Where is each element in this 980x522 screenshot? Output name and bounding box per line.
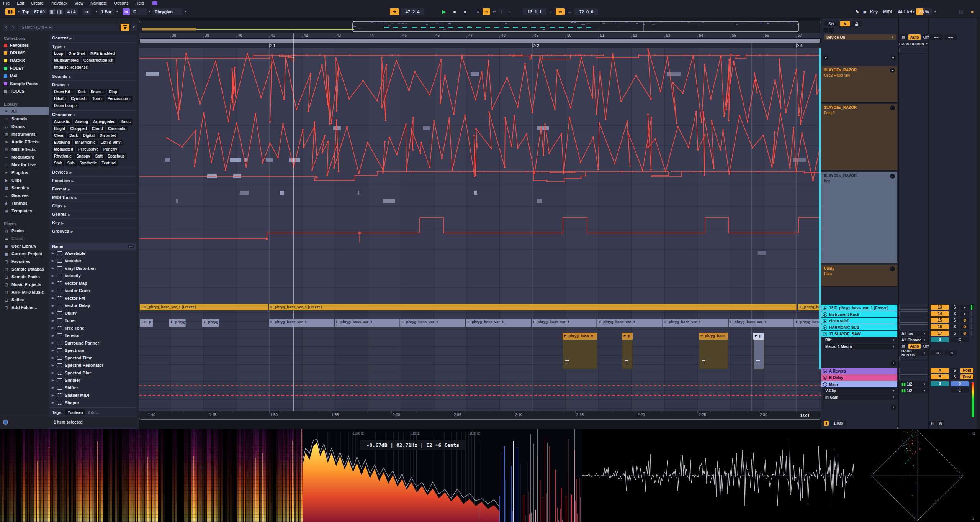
expand-arrow-icon[interactable]: ▶ bbox=[52, 259, 55, 263]
audio-clip-body[interactable] bbox=[622, 340, 633, 369]
place-item-sample-databas[interactable]: ▢Sample Databas bbox=[0, 265, 49, 273]
arm-button[interactable]: ⊘ bbox=[960, 318, 969, 323]
filter-chip-tom[interactable]: Tom› bbox=[90, 96, 105, 102]
device-item-vinyl-distortion[interactable]: ▶Vinyl Distortion bbox=[49, 264, 136, 272]
center-button[interactable]: C bbox=[951, 337, 969, 342]
return-track-A[interactable]: ▶A Reverb bbox=[821, 368, 897, 374]
nudge-down-button[interactable]: |||| bbox=[49, 8, 56, 15]
expand-arrow-icon[interactable]: ▶ bbox=[52, 371, 55, 374]
cpu-dropdown[interactable]: ▼ bbox=[933, 8, 937, 15]
midi-clip[interactable]: ...E_p bbox=[140, 319, 153, 327]
device-item-wavetable[interactable]: ▶Wavetable bbox=[49, 250, 136, 257]
quantize-menu[interactable]: 1 Bar bbox=[99, 8, 114, 15]
return-track-B[interactable]: ▶B Delay bbox=[821, 374, 897, 381]
expand-arrow-icon[interactable]: ▶ bbox=[52, 386, 55, 389]
filter-chip-dark[interactable]: Dark bbox=[67, 133, 80, 138]
fold-lanes-button[interactable]: ▼ bbox=[823, 55, 828, 60]
filter-chip-multisampled[interactable]: Multisampled bbox=[52, 57, 80, 63]
tempo-field[interactable]: 87.00 bbox=[32, 8, 47, 15]
device-item-simpler[interactable]: ▶Simpler bbox=[49, 377, 136, 384]
width-zoom-button[interactable]: W bbox=[937, 421, 944, 426]
device-item-spectral-resonator[interactable]: ▶Spectral Resonator bbox=[49, 362, 136, 369]
nudge-up-button[interactable]: |||| bbox=[57, 8, 63, 15]
track-route-box[interactable] bbox=[899, 305, 928, 310]
filter-section-title[interactable]: Format▶ bbox=[52, 187, 134, 191]
track-number-chip[interactable]: 16 bbox=[931, 324, 949, 329]
place-item-aiff-mp3-music[interactable]: ▢AIFF MP3 Music bbox=[0, 288, 49, 296]
menu-view[interactable]: View bbox=[74, 1, 83, 5]
sidebar-item-audio-effects[interactable]: ∿Audio Effects bbox=[0, 138, 49, 146]
add-automation-lane-button[interactable]: + bbox=[891, 361, 896, 366]
filter-chip-inharmonic[interactable]: Inharmonic bbox=[73, 140, 98, 145]
post-toggle[interactable]: Post bbox=[960, 368, 973, 373]
output-route-selector[interactable]: BASS BUSSIN▼ bbox=[899, 350, 928, 356]
filter-chip-mpe-enabled[interactable]: MPE Enabled bbox=[88, 51, 116, 56]
results-options-icon[interactable]: ⋯ bbox=[128, 245, 134, 248]
sidebar-item-modulators[interactable]: ∼Modulators bbox=[0, 153, 49, 161]
filter-section-title[interactable]: Clips▶ bbox=[52, 204, 134, 208]
browser-back-button[interactable]: ‹ bbox=[3, 24, 9, 31]
set-button[interactable]: Set bbox=[824, 21, 839, 26]
sidebar-item-midi-effects[interactable]: ≣MIDI Effects bbox=[0, 146, 49, 153]
volume-field[interactable]: −∞ bbox=[931, 350, 943, 355]
device-item-vocoder[interactable]: ▶Vocoder bbox=[49, 257, 136, 265]
expand-arrow-icon[interactable]: ▶ bbox=[52, 251, 55, 255]
pan-field[interactable]: −∞ bbox=[944, 350, 957, 355]
filter-chip-clap[interactable]: Clap bbox=[107, 89, 119, 95]
cpu-meter[interactable]: 33 % bbox=[916, 8, 932, 15]
tap-tempo-button[interactable]: Tap bbox=[20, 8, 32, 15]
filter-section-title[interactable]: MIDI Tools▶ bbox=[52, 195, 134, 200]
filter-chip-cymbal[interactable]: Cymbal› bbox=[69, 96, 89, 102]
automation-lane-3[interactable]: UtilityGain− bbox=[821, 265, 897, 287]
tempo-follower-icon[interactable]: ▮▮ bbox=[5, 8, 15, 15]
main-volume-value[interactable]: 0 bbox=[951, 381, 969, 386]
device-item-tension[interactable]: ▶Tension bbox=[49, 332, 136, 340]
loop-start-field[interactable]: 13. 1. 1 bbox=[523, 8, 546, 15]
device-item-shifter[interactable]: ▶Shifter bbox=[49, 384, 136, 392]
filter-chip-punchy[interactable]: Punchy bbox=[101, 146, 119, 152]
main-track-header[interactable]: ▼Main bbox=[821, 381, 897, 387]
filter-chip-construction-kit[interactable]: Construction Kit bbox=[82, 57, 115, 63]
macro-selector[interactable]: Macro 1 Macro▼ bbox=[823, 344, 897, 349]
volume-field[interactable]: −∞ bbox=[931, 34, 943, 40]
device-item-vector-delay[interactable]: ▶Vector Delay bbox=[49, 302, 136, 310]
solo-button[interactable]: S bbox=[951, 305, 959, 310]
audio-clip-body[interactable] bbox=[699, 340, 728, 369]
solo-button[interactable]: S bbox=[951, 311, 959, 316]
main-out-selector[interactable]: ▮▮ 1/2▼ bbox=[899, 388, 928, 393]
track-route-box[interactable] bbox=[899, 318, 928, 323]
device-item-surround-panner[interactable]: ▶Surround Panner bbox=[49, 339, 136, 347]
filter-chip-synthetic[interactable]: Synthetic bbox=[78, 160, 99, 166]
collection-item-racks[interactable]: RACKS bbox=[0, 57, 49, 64]
monitor-in-button[interactable]: In bbox=[899, 344, 908, 349]
track-header-13[interactable]: ▶13 E_phryg_bass_var_1 (Freeze) bbox=[821, 305, 897, 311]
device-item-tree-tone[interactable]: ▶Tree Tone bbox=[49, 324, 136, 332]
solo-button[interactable]: S bbox=[951, 318, 959, 323]
track-route-box[interactable] bbox=[899, 374, 928, 379]
tag-add[interactable]: Add... bbox=[88, 410, 99, 415]
key-root-dropdown[interactable]: ▼ bbox=[147, 8, 152, 15]
arm-button[interactable]: ⊘ bbox=[960, 324, 969, 329]
expand-arrow-icon[interactable]: ▶ bbox=[52, 356, 55, 359]
device-item-vector-grain[interactable]: ▶Vector Grain bbox=[49, 287, 136, 295]
filter-chip-clean[interactable]: Clean bbox=[52, 133, 66, 138]
punch-in-button[interactable]: ⌐ bbox=[548, 8, 555, 15]
midi-clip[interactable]: E_phryg_bass_var_1 bbox=[663, 319, 728, 327]
device-item-velocity[interactable]: ▶Velocity bbox=[49, 272, 136, 280]
collection-item-tools[interactable]: TOOLS bbox=[0, 87, 49, 95]
pan-field[interactable]: −∞ bbox=[944, 34, 957, 40]
filter-chip-cinematic[interactable]: Cinematic bbox=[106, 126, 128, 131]
filter-chip-soft[interactable]: Soft bbox=[93, 153, 105, 159]
capture-midi-button[interactable]: ⌷ bbox=[498, 8, 505, 15]
device-item-shaper[interactable]: ▶Shaper bbox=[49, 399, 136, 407]
fold-track-icon[interactable]: ▶ bbox=[823, 312, 827, 317]
quantize-dropdown[interactable]: ▼ bbox=[115, 8, 119, 15]
main-device-in-gain[interactable]: In Gain▼ bbox=[823, 394, 897, 400]
expand-arrow-icon[interactable]: ▶ bbox=[52, 379, 55, 382]
sidebar-item-all[interactable]: ≡All bbox=[0, 107, 49, 115]
filter-chip-digital[interactable]: Digital bbox=[81, 133, 97, 138]
height-zoom-button[interactable]: H bbox=[929, 421, 936, 426]
solo-button[interactable]: S bbox=[951, 368, 959, 373]
filter-dropdown[interactable]: ▼ bbox=[131, 24, 137, 31]
fold-track-icon[interactable]: ▶ bbox=[823, 325, 827, 330]
